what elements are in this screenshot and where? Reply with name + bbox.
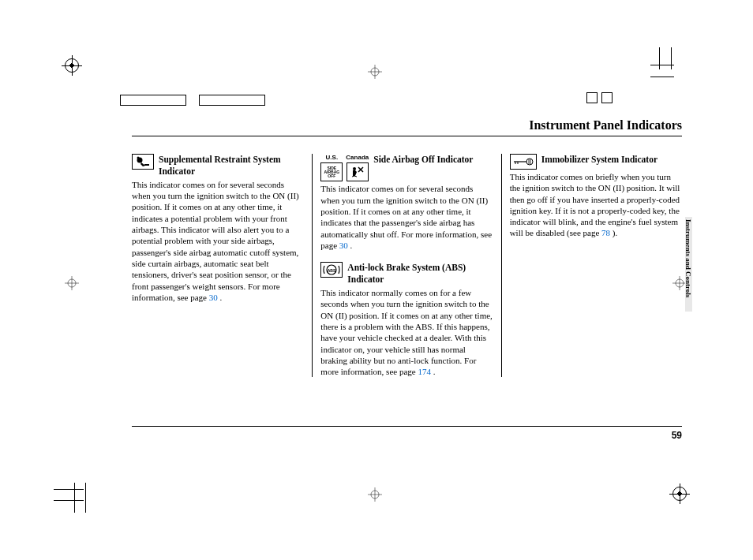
crop-mark (659, 47, 660, 69)
page-link[interactable]: 78 (601, 228, 610, 237)
immobilizer-header: Immobilizer System Indicator (510, 154, 682, 170)
page-title: Instrument Panel Indicators (529, 118, 682, 133)
crop-mark (74, 483, 75, 513)
srs-airbag-icon (132, 154, 154, 170)
svg-text:ABS: ABS (328, 268, 336, 273)
canada-label: Canada (346, 154, 369, 162)
abs-body-text: This indicator normally comes on for a f… (320, 288, 493, 376)
section-tab-label: Instruments and Controls (684, 219, 692, 297)
page-number: 59 (672, 430, 682, 441)
registration-mark (65, 58, 79, 73)
abs-title: Anti-lock Brake System (ABS) Indicator (347, 262, 493, 286)
abs-body: This indicator normally comes on for a f… (320, 287, 493, 377)
page-link[interactable]: 174 (418, 367, 431, 376)
us-label: U.S. (326, 154, 339, 162)
immobilizer-body-end: ). (610, 228, 617, 237)
srs-body-text: This indicator comes on for several seco… (132, 180, 299, 302)
side-airbag-body-end: . (348, 241, 353, 250)
crosshair-icon (65, 276, 79, 290)
side-airbag-body: This indicator comes on for several seco… (320, 183, 493, 251)
srs-body: This indicator comes on for several seco… (132, 179, 304, 303)
crosshair-icon (368, 65, 382, 79)
color-bar (601, 92, 613, 103)
abs-icon: ABS (320, 262, 343, 278)
svg-point-15 (353, 167, 356, 170)
crop-mark (85, 483, 86, 513)
crop-mark (54, 489, 84, 490)
color-bar (120, 95, 186, 106)
footer-rule (132, 426, 682, 427)
header-rule (132, 136, 682, 136)
column-2: U.S. SIDE AIRBAG OFF Canada (312, 154, 500, 377)
crosshair-icon (368, 487, 382, 502)
key-icon (510, 154, 537, 170)
side-airbag-icons: U.S. SIDE AIRBAG OFF Canada (320, 154, 369, 181)
column-1: Supplemental Restraint System Indicator … (132, 154, 312, 377)
side-airbag-us-icon: SIDE AIRBAG OFF (320, 162, 343, 181)
abs-body-end: . (431, 367, 436, 376)
side-airbag-header: U.S. SIDE AIRBAG OFF Canada (320, 154, 493, 181)
column-3: Immobilizer System Indicator This indica… (501, 154, 682, 377)
abs-header: ABS Anti-lock Brake System (ABS) Indicat… (320, 262, 493, 286)
side-airbag-title: Side Airbag Off Indicator (373, 154, 473, 166)
crop-mark (54, 500, 84, 501)
color-bar (586, 92, 598, 103)
immobilizer-title: Immobilizer System Indicator (541, 154, 657, 166)
crop-mark (671, 47, 672, 69)
srs-header: Supplemental Restraint System Indicator (132, 154, 304, 177)
immobilizer-body-text: This indicator comes on briefly when you… (510, 172, 680, 237)
page-link[interactable]: 30 (209, 293, 218, 302)
srs-body-end: . (218, 293, 223, 302)
side-airbag-canada-icon (347, 162, 369, 181)
content-area: Supplemental Restraint System Indicator … (132, 154, 682, 377)
svg-point-13 (137, 157, 140, 159)
srs-title: Supplemental Restraint System Indicator (159, 154, 304, 177)
registration-mark (672, 487, 687, 501)
crop-mark (650, 77, 674, 77)
color-bar (199, 95, 265, 106)
page-link[interactable]: 30 (339, 241, 348, 250)
svg-rect-14 (144, 164, 149, 166)
immobilizer-body: This indicator comes on briefly when you… (510, 171, 682, 239)
